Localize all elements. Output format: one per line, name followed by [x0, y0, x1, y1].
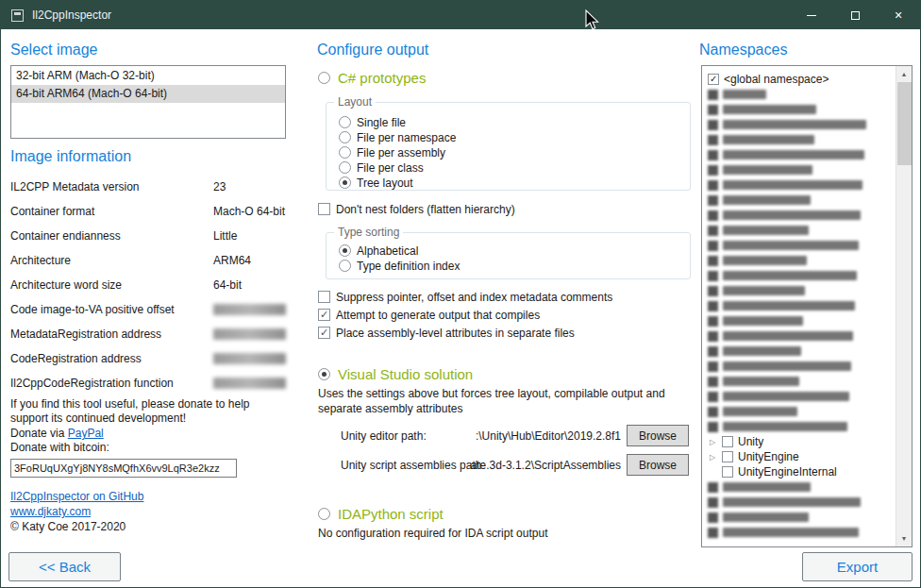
- unity-editor-browse-button[interactable]: Browse: [627, 425, 689, 446]
- idapython-option[interactable]: IDAPython script: [318, 505, 444, 522]
- app-icon: [11, 9, 24, 22]
- redacted-checkbox: [708, 90, 718, 100]
- namespace-checkbox[interactable]: [722, 436, 733, 447]
- info-row: ArchitectureARM64: [10, 248, 286, 273]
- sorting-option-row[interactable]: Alphabetical: [339, 244, 690, 258]
- namespace-row[interactable]: ▷Unity: [708, 434, 896, 449]
- output-checkbox-label: Place assembly-level attributes in separ…: [336, 327, 575, 340]
- unity-assemblies-path-value[interactable]: ate.3d-3.1.2\ScriptAssemblies: [430, 459, 621, 472]
- redacted-checkbox: [708, 135, 718, 145]
- sorting-option-row[interactable]: Type definition index: [339, 259, 690, 273]
- namespace-row[interactable]: ▷UnityEngine: [708, 449, 896, 464]
- layout-option-radio[interactable]: [339, 161, 351, 174]
- flatten-checkbox-row[interactable]: Don't nest folders (flatten hierarchy): [318, 202, 515, 216]
- redacted-label: [723, 331, 853, 341]
- redacted-checkbox: [708, 226, 718, 236]
- info-row: IL2CPP Metadata version23: [10, 175, 286, 199]
- namespace-checkbox[interactable]: [708, 74, 719, 85]
- redacted-label: [723, 180, 862, 190]
- namespace-checkbox[interactable]: [722, 451, 733, 462]
- unity-editor-path-label: Unity editor path:: [341, 429, 427, 443]
- unity-editor-path-value[interactable]: :\Unity\Hub\Editor\2019.2.8f1: [430, 429, 621, 443]
- redacted-checkbox: [708, 422, 718, 432]
- redacted-checkbox: [708, 512, 718, 523]
- output-checkbox-label: Attempt to generate output that compiles: [336, 309, 540, 322]
- info-label: CodeRegistration address: [10, 352, 213, 365]
- layout-option-radio[interactable]: [339, 116, 351, 128]
- redacted-namespace-row: [708, 87, 896, 102]
- redacted-namespace-row: [708, 419, 896, 434]
- export-button[interactable]: Export: [802, 552, 913, 581]
- layout-option-row[interactable]: File per assembly: [339, 145, 690, 160]
- donate-message: If you find this tool useful, please don…: [10, 397, 286, 426]
- layout-option-row[interactable]: Tree layout: [339, 176, 690, 190]
- namespace-row[interactable]: UnityEngineInternal: [708, 464, 896, 479]
- layout-option-row[interactable]: File per namespace: [339, 130, 690, 144]
- expander-icon[interactable]: ▷: [708, 438, 717, 446]
- bitcoin-address-input[interactable]: [10, 459, 237, 478]
- back-button[interactable]: << Back: [8, 552, 121, 581]
- output-checkbox-row[interactable]: Suppress pointer, offset and index metad…: [318, 290, 612, 304]
- sorting-option-radio[interactable]: [339, 260, 351, 272]
- scroll-down-icon[interactable]: ▼: [896, 530, 912, 546]
- redacted-namespace-row: [708, 268, 896, 283]
- image-list-item[interactable]: 64-bit ARM64 (Mach-O 64-bit): [11, 85, 285, 103]
- redacted-namespace-row: [708, 344, 896, 359]
- title-bar[interactable]: Il2CppInspector ✕: [1, 1, 920, 29]
- redacted-namespace-row: [708, 404, 896, 419]
- redacted-namespace-row: [708, 102, 896, 117]
- output-checkbox[interactable]: [318, 309, 330, 321]
- minimize-button[interactable]: [790, 1, 833, 29]
- redacted-checkbox: [708, 392, 718, 402]
- info-row: CodeRegistration address: [10, 346, 286, 371]
- visual-studio-label: Visual Studio solution: [338, 366, 473, 382]
- info-label: MetadataRegistration address: [10, 328, 213, 341]
- redacted-value: [213, 304, 286, 315]
- layout-option-radio[interactable]: [339, 131, 351, 143]
- redacted-label: [723, 482, 811, 492]
- select-image-heading: Select image: [10, 42, 98, 59]
- layout-option-radio[interactable]: [339, 146, 351, 159]
- paypal-link[interactable]: PayPal: [68, 427, 104, 440]
- layout-option-row[interactable]: File per class: [339, 160, 690, 175]
- github-link[interactable]: Il2CppInspector on GitHub: [10, 490, 143, 503]
- visual-studio-radio[interactable]: [318, 368, 330, 380]
- csharp-prototypes-option[interactable]: C# prototypes: [318, 69, 426, 86]
- redacted-namespace-row: [708, 525, 896, 540]
- idapython-radio[interactable]: [318, 508, 330, 520]
- image-listbox[interactable]: 32-bit ARM (Mach-O 32-bit)64-bit ARM64 (…: [10, 65, 286, 139]
- redacted-checkbox: [708, 180, 718, 191]
- output-checkbox-row[interactable]: Place assembly-level attributes in separ…: [318, 326, 612, 340]
- image-list-item[interactable]: 32-bit ARM (Mach-O 32-bit): [11, 67, 285, 85]
- layout-option-radio[interactable]: [339, 176, 351, 189]
- output-checkbox-row[interactable]: Attempt to generate output that compiles: [318, 308, 612, 322]
- layout-option-label: File per assembly: [357, 146, 445, 160]
- redacted-label: [723, 120, 866, 129]
- website-link[interactable]: www.djkaty.com: [10, 505, 91, 518]
- layout-option-row[interactable]: Single file: [339, 115, 690, 129]
- redacted-checkbox: [708, 241, 718, 251]
- flatten-checkbox[interactable]: [318, 203, 330, 215]
- visual-studio-option[interactable]: Visual Studio solution: [318, 365, 473, 382]
- output-checkbox[interactable]: [318, 291, 330, 303]
- csharp-prototypes-radio[interactable]: [318, 72, 330, 84]
- close-button[interactable]: ✕: [877, 1, 920, 29]
- namespace-row[interactable]: <global namespace>: [708, 72, 896, 87]
- namespace-checkbox[interactable]: [722, 466, 733, 478]
- redacted-label: [723, 286, 805, 295]
- namespace-list[interactable]: <global namespace>▷Unity▷UnityEngineUnit…: [701, 65, 913, 547]
- scroll-up-icon[interactable]: ▲: [896, 66, 912, 82]
- namespace-label: UnityEngineInternal: [738, 465, 837, 479]
- sorting-option-radio[interactable]: [339, 244, 351, 257]
- output-checkbox[interactable]: [318, 327, 330, 339]
- redacted-label: [723, 195, 811, 205]
- maximize-button[interactable]: [833, 1, 877, 29]
- unity-assemblies-browse-button[interactable]: Browse: [627, 454, 689, 476]
- redacted-namespace-row: [708, 298, 896, 313]
- namespace-scrollbar[interactable]: ▲ ▼: [896, 66, 912, 546]
- expander-icon[interactable]: ▷: [708, 453, 717, 462]
- redacted-checkbox: [708, 256, 718, 266]
- namespace-list-content: <global namespace>▷Unity▷UnityEngineUnit…: [702, 66, 896, 546]
- sorting-option-label: Type definition index: [357, 260, 460, 273]
- scrollbar-thumb[interactable]: [897, 82, 912, 165]
